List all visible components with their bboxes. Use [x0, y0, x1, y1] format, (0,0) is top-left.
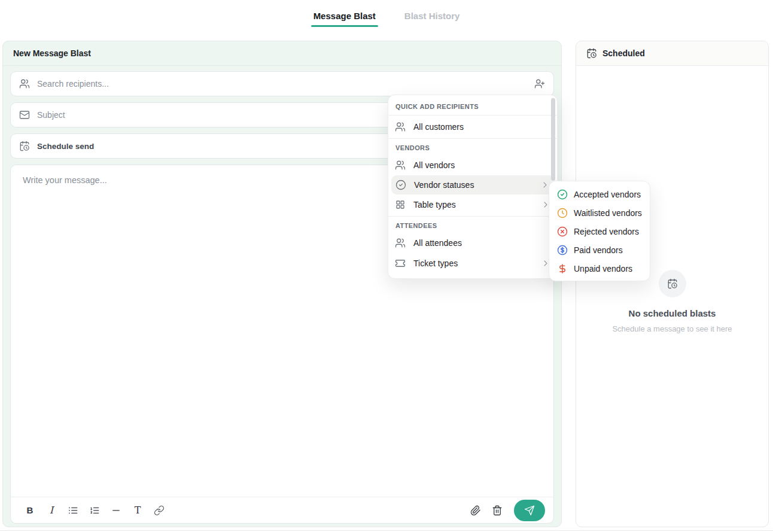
compose-card-title: New Message Blast — [13, 48, 91, 58]
discard-button[interactable] — [486, 501, 508, 520]
submenu-item-accepted-vendors[interactable]: Accepted vendors — [549, 185, 650, 203]
scheduled-panel: Scheduled No scheduled blasts Schedule a… — [576, 41, 769, 527]
users-icon — [395, 121, 406, 132]
trash-icon — [492, 505, 503, 516]
grid-icon — [395, 199, 406, 210]
link-icon — [154, 505, 165, 516]
tab-message-blast[interactable]: Message Blast — [312, 7, 377, 27]
circle-check-icon — [557, 189, 568, 200]
user-plus-icon[interactable] — [534, 78, 545, 89]
empty-state-title: No scheduled blasts — [629, 308, 716, 318]
circle-clock-icon — [557, 208, 568, 218]
menu-item-label: Table types — [413, 200, 456, 209]
compose-card-header: New Message Blast — [3, 41, 561, 66]
horizontal-rule-icon — [111, 505, 121, 516]
submenu-item-label: Accepted vendors — [574, 190, 641, 199]
send-icon — [524, 505, 535, 516]
menu-item-label: Ticket types — [413, 259, 458, 268]
submenu-item-unpaid-vendors[interactable]: Unpaid vendors — [549, 259, 650, 278]
attendees-section-label: ATTENDEES — [388, 218, 557, 233]
vendors-section-label: VENDORS — [388, 140, 557, 155]
menu-item-all-attendees[interactable]: All attendees — [388, 233, 557, 253]
calendar-clock-icon — [667, 278, 678, 289]
scheduled-panel-header: Scheduled — [576, 41, 768, 66]
calendar-clock-icon — [19, 141, 30, 151]
menu-divider — [388, 138, 557, 139]
bold-button[interactable]: B — [19, 501, 41, 520]
attach-file-button[interactable] — [465, 501, 486, 520]
bullet-list-button[interactable] — [62, 501, 84, 520]
users-icon — [19, 78, 30, 89]
circle-x-icon — [557, 226, 568, 237]
tab-blast-history-label: Blast History — [404, 11, 460, 21]
menu-item-all-vendors[interactable]: All vendors — [388, 155, 557, 175]
menu-item-vendor-statuses[interactable]: Vendor statuses — [391, 175, 554, 194]
submenu-item-label: Unpaid vendors — [574, 264, 632, 273]
editor-toolbar: B I T — [11, 497, 553, 523]
send-button[interactable] — [514, 500, 545, 521]
active-tab-underline — [311, 25, 378, 27]
text-style-button[interactable]: T — [127, 501, 148, 520]
submenu-item-waitlisted-vendors[interactable]: Waitlisted vendors — [549, 203, 650, 222]
ticket-icon — [395, 258, 406, 269]
top-tab-bar: Message Blast Blast History — [0, 7, 773, 27]
schedule-send-label: Schedule send — [37, 142, 94, 151]
circle-dollar-icon — [557, 245, 568, 256]
submenu-item-label: Rejected vendors — [574, 227, 639, 236]
menu-item-all-customers[interactable]: All customers — [388, 117, 557, 137]
submenu-item-paid-vendors[interactable]: Paid vendors — [549, 241, 650, 259]
ordered-list-button[interactable] — [84, 501, 105, 520]
bullet-list-icon — [68, 505, 78, 516]
menu-divider — [388, 115, 557, 115]
italic-button[interactable]: I — [41, 501, 62, 520]
search-recipients-field[interactable] — [10, 71, 554, 96]
search-recipients-input[interactable] — [37, 79, 534, 89]
users-icon — [395, 238, 406, 248]
calendar-clock-icon — [586, 48, 597, 59]
link-button[interactable] — [148, 501, 170, 520]
horizontal-rule-button[interactable] — [105, 501, 127, 520]
vendor-status-submenu: Accepted vendors Waitlisted vendors Reje… — [549, 181, 650, 281]
tab-message-blast-label: Message Blast — [314, 11, 376, 21]
menu-item-label: All attendees — [413, 238, 462, 248]
menu-item-ticket-types[interactable]: Ticket types — [388, 253, 557, 273]
menu-item-table-types[interactable]: Table types — [388, 194, 557, 215]
scheduled-panel-title: Scheduled — [602, 48, 645, 58]
quick-add-recipients-menu: QUICK ADD RECIPIENTS All customers VENDO… — [388, 95, 558, 279]
menu-item-label: All customers — [413, 122, 464, 132]
circle-check-icon — [395, 180, 406, 190]
empty-state-icon-circle — [659, 270, 686, 297]
menu-scrollbar-thumb[interactable] — [551, 98, 555, 181]
menu-divider — [388, 216, 557, 217]
tab-blast-history[interactable]: Blast History — [403, 7, 461, 27]
submenu-item-rejected-vendors[interactable]: Rejected vendors — [549, 222, 650, 241]
menu-item-label: All vendors — [413, 160, 455, 170]
quick-add-menu-header: QUICK ADD RECIPIENTS — [388, 99, 557, 114]
submenu-item-label: Waitlisted vendors — [574, 208, 642, 218]
mail-icon — [19, 110, 30, 120]
ordered-list-icon — [89, 505, 100, 516]
empty-state-subtitle: Schedule a message to see it here — [612, 324, 732, 333]
dollar-icon — [557, 263, 568, 274]
submenu-item-label: Paid vendors — [574, 245, 623, 255]
paperclip-icon — [470, 505, 481, 516]
menu-item-label: Vendor statuses — [414, 180, 474, 190]
page-bottom-divider — [0, 530, 773, 531]
users-icon — [395, 160, 406, 171]
